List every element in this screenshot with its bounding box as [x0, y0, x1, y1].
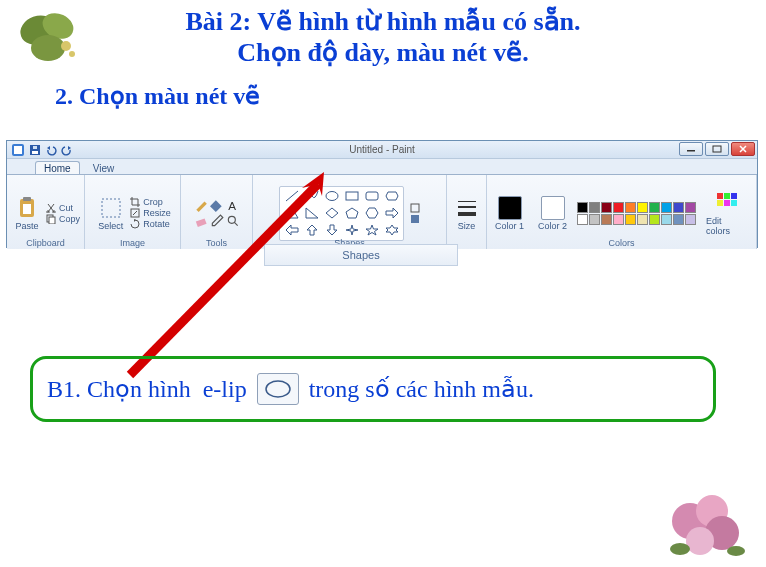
- edit-colors-button[interactable]: Edit colors: [702, 188, 752, 239]
- svg-point-43: [670, 543, 690, 555]
- eraser-icon[interactable]: [194, 214, 208, 228]
- callout-text-before: B1. Chọn hình e-lip: [47, 375, 253, 403]
- group-image: Select Crop Resize Rotate: [85, 175, 181, 249]
- group-tools: A Tools: [181, 175, 253, 249]
- svg-rect-9: [33, 146, 37, 149]
- app-menu-icon[interactable]: [11, 143, 25, 157]
- svg-rect-34: [731, 193, 737, 199]
- pencil-icon[interactable]: [194, 198, 208, 212]
- shape-outline-button[interactable]: [410, 203, 420, 213]
- image-group-label: Image: [85, 238, 180, 248]
- cut-button[interactable]: Cut: [46, 203, 80, 213]
- group-clipboard: Paste Cut Copy Clipboard: [7, 175, 85, 249]
- color-swatch[interactable]: [673, 202, 684, 213]
- color-swatch[interactable]: [637, 202, 648, 213]
- svg-point-3: [61, 41, 71, 51]
- color-swatch[interactable]: [649, 202, 660, 213]
- shape-arrow-right[interactable]: [383, 206, 400, 221]
- svg-rect-6: [14, 146, 22, 154]
- svg-text:A: A: [228, 199, 236, 212]
- color2-button[interactable]: Color 2: [534, 193, 571, 234]
- crop-button[interactable]: Crop: [130, 197, 171, 207]
- color-swatch[interactable]: [649, 214, 660, 225]
- svg-rect-30: [458, 206, 476, 208]
- color-swatch[interactable]: [589, 202, 600, 213]
- shape-fill-button[interactable]: [410, 214, 420, 224]
- svg-rect-32: [717, 193, 723, 199]
- shape-star5[interactable]: [363, 223, 380, 238]
- svg-point-42: [686, 527, 714, 555]
- maximize-button[interactable]: [705, 142, 729, 156]
- select-button[interactable]: Select: [94, 193, 127, 234]
- color2-swatch: [541, 196, 565, 220]
- copy-button[interactable]: Copy: [46, 214, 80, 224]
- paste-label: Paste: [15, 221, 38, 231]
- save-icon[interactable]: [29, 144, 41, 156]
- color-swatch[interactable]: [685, 202, 696, 213]
- undo-icon[interactable]: [45, 144, 57, 156]
- shape-ellipse[interactable]: [323, 189, 340, 204]
- shape-star4[interactable]: [343, 223, 360, 238]
- shape-arrow-down[interactable]: [323, 223, 340, 238]
- shape-right-triangle[interactable]: [303, 206, 320, 221]
- shape-arrow-up[interactable]: [303, 223, 320, 238]
- color-swatch[interactable]: [601, 214, 612, 225]
- close-button[interactable]: [731, 142, 755, 156]
- color-swatch[interactable]: [613, 214, 624, 225]
- picker-icon[interactable]: [210, 214, 224, 228]
- rotate-button[interactable]: Rotate: [130, 219, 171, 229]
- redo-icon[interactable]: [61, 144, 73, 156]
- svg-rect-33: [724, 193, 730, 199]
- color-swatch[interactable]: [589, 214, 600, 225]
- cut-label: Cut: [59, 203, 73, 213]
- shape-polygon[interactable]: [383, 189, 400, 204]
- svg-rect-27: [411, 204, 419, 212]
- color-swatch[interactable]: [673, 214, 684, 225]
- tools-group-label: Tools: [181, 238, 252, 248]
- color-swatch[interactable]: [625, 202, 636, 213]
- color-swatch[interactable]: [661, 214, 672, 225]
- color-swatch[interactable]: [577, 202, 588, 213]
- ribbon: Paste Cut Copy Clipboard: [7, 175, 757, 249]
- shape-star6[interactable]: [383, 223, 400, 238]
- fill-icon[interactable]: [210, 198, 224, 212]
- shape-triangle[interactable]: [283, 206, 300, 221]
- svg-rect-26: [366, 192, 378, 200]
- shape-hexagon[interactable]: [363, 206, 380, 221]
- svg-point-24: [326, 192, 338, 201]
- size-button[interactable]: Size: [451, 193, 483, 234]
- fill-shape-icon: [410, 214, 420, 224]
- resize-button[interactable]: Resize: [130, 208, 171, 218]
- svg-rect-11: [713, 146, 721, 152]
- tab-view[interactable]: View: [84, 161, 124, 174]
- color-swatch[interactable]: [613, 202, 624, 213]
- color-swatch[interactable]: [637, 214, 648, 225]
- magnifier-icon[interactable]: [226, 214, 240, 228]
- shape-arrow-left[interactable]: [283, 223, 300, 238]
- color2-label: Color 2: [538, 221, 567, 231]
- shape-roundrect[interactable]: [363, 189, 380, 204]
- text-icon[interactable]: A: [226, 198, 240, 212]
- select-icon: [99, 196, 123, 220]
- color-swatch[interactable]: [625, 214, 636, 225]
- paste-icon: [15, 196, 39, 220]
- shapes-gallery[interactable]: [279, 186, 404, 241]
- color-swatch[interactable]: [661, 202, 672, 213]
- shape-curve[interactable]: [303, 189, 320, 204]
- color-swatch[interactable]: [577, 214, 588, 225]
- svg-point-4: [69, 51, 75, 57]
- color1-swatch: [498, 196, 522, 220]
- minimize-button[interactable]: [679, 142, 703, 156]
- shape-pentagon[interactable]: [343, 206, 360, 221]
- shape-rect[interactable]: [343, 189, 360, 204]
- svg-rect-37: [731, 200, 737, 206]
- tab-home[interactable]: Home: [35, 161, 80, 174]
- color-swatch[interactable]: [685, 214, 696, 225]
- color-swatch[interactable]: [601, 202, 612, 213]
- shape-line[interactable]: [283, 189, 300, 204]
- svg-rect-19: [102, 199, 120, 217]
- color1-button[interactable]: Color 1: [491, 193, 528, 234]
- paste-button[interactable]: Paste: [11, 193, 43, 234]
- copy-label: Copy: [59, 214, 80, 224]
- shape-diamond[interactable]: [323, 206, 340, 221]
